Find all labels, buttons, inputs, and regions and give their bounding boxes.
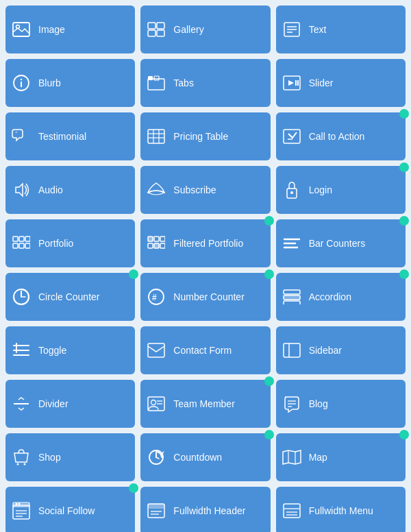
svg-rect-5: [157, 30, 164, 36]
widget-tabs[interactable]: Tabs: [140, 59, 270, 107]
widget-call-to-action[interactable]: Call to Action: [276, 112, 406, 160]
widget-toggle[interactable]: Toggle: [5, 326, 135, 374]
login-icon: [282, 181, 302, 199]
slider-icon: [282, 75, 302, 90]
widget-contact-form[interactable]: Contact Form: [140, 326, 270, 374]
widget-sidebar-label: Sidebar: [309, 345, 400, 356]
svg-rect-85: [148, 504, 164, 509]
widget-social-follow[interactable]: Social Follow: [5, 487, 135, 532]
portfolio-icon: [11, 236, 32, 251]
svg-rect-35: [25, 243, 30, 248]
new-badge: [399, 430, 409, 439]
svg-rect-39: [148, 243, 153, 248]
widget-circle-counter-label: Circle Counter: [38, 291, 129, 302]
widget-filtered-portfolio-label: Filtered Portfolio: [173, 238, 264, 249]
new-badge: [264, 269, 274, 279]
widget-cta-label: Call to Action: [309, 131, 400, 142]
widget-fullwidth-menu[interactable]: Fullwidth Menu: [276, 487, 406, 532]
widget-audio-label: Audio: [38, 184, 129, 195]
map-icon: [282, 450, 302, 465]
widget-grid: Image Gallery Text: [5, 5, 406, 532]
bar-counters-icon: [282, 236, 302, 251]
widget-portfolio-label: Portfolio: [38, 238, 129, 249]
new-badge: [264, 376, 274, 386]
svg-line-73: [156, 457, 159, 459]
blog-icon: [282, 395, 302, 413]
widget-audio[interactable]: Audio: [5, 166, 135, 214]
widget-team-member[interactable]: Team Member: [140, 380, 270, 428]
widget-text-label: Text: [309, 24, 400, 35]
svg-point-79: [16, 503, 18, 505]
widget-portfolio[interactable]: Portfolio: [5, 219, 135, 267]
widget-blog-label: Blog: [309, 398, 400, 409]
svg-marker-17: [288, 80, 294, 86]
widget-login[interactable]: Login: [276, 166, 406, 214]
widget-sidebar[interactable]: Sidebar: [276, 326, 406, 374]
widget-team-member-label: Team Member: [173, 398, 264, 409]
widget-slider[interactable]: Slider: [276, 59, 406, 107]
svg-rect-52: [284, 301, 300, 304]
widget-number-counter-label: Number Counter: [173, 291, 264, 302]
widget-social-follow-label: Social Follow: [38, 505, 129, 516]
number-counter-icon: #: [146, 288, 166, 306]
widget-accordion[interactable]: Accordion: [276, 273, 406, 321]
widget-contact-form-label: Contact Form: [173, 345, 264, 356]
widget-filtered-portfolio[interactable]: Filtered Portfolio: [140, 219, 270, 267]
svg-marker-74: [283, 450, 301, 464]
cta-icon: [282, 129, 302, 144]
social-follow-icon: [11, 502, 32, 520]
widget-fullwidth-menu-label: Fullwidth Menu: [309, 505, 400, 516]
new-badge: [399, 162, 409, 172]
widget-image[interactable]: Image: [5, 5, 135, 53]
widget-countdown[interactable]: Countdown: [140, 433, 270, 481]
svg-rect-40: [154, 243, 159, 248]
widget-subscribe[interactable]: Subscribe: [140, 166, 270, 214]
divider-icon: [11, 396, 32, 411]
svg-rect-38: [160, 237, 165, 241]
widget-map[interactable]: Map: [276, 433, 406, 481]
widget-fullwidth-header-label: Fullwidth Header: [173, 505, 264, 516]
widget-shop-label: Shop: [38, 452, 129, 463]
widget-blog[interactable]: Blog: [276, 380, 406, 428]
svg-rect-32: [25, 237, 30, 241]
svg-point-80: [18, 503, 21, 505]
toggle-icon: [11, 343, 32, 358]
sidebar-icon: [282, 343, 302, 358]
svg-point-70: [24, 463, 26, 466]
svg-rect-51: [284, 295, 300, 300]
svg-point-69: [17, 463, 19, 466]
svg-rect-77: [13, 505, 29, 519]
audio-icon: [11, 182, 32, 198]
widget-circle-counter[interactable]: Circle Counter: [5, 273, 135, 321]
svg-rect-2: [148, 23, 155, 29]
svg-text:#: #: [152, 293, 157, 302]
accordion-icon: [282, 289, 302, 304]
widget-blurb[interactable]: Blurb: [5, 59, 135, 107]
widget-testimonial[interactable]: " Testimonial: [5, 112, 135, 160]
widget-countdown-label: Countdown: [173, 452, 264, 463]
widget-number-counter[interactable]: # Number Counter: [140, 273, 270, 321]
svg-rect-41: [160, 243, 165, 248]
svg-rect-31: [19, 237, 24, 241]
tabs-icon: [146, 75, 166, 90]
widget-divider[interactable]: Divider: [5, 380, 135, 428]
widget-shop[interactable]: Shop: [5, 433, 135, 481]
svg-rect-37: [154, 237, 159, 241]
widget-pricing-table[interactable]: Pricing Table: [140, 112, 270, 160]
widget-fullwidth-header[interactable]: Fullwidth Header: [140, 487, 270, 532]
new-badge: [399, 109, 409, 119]
fullwidth-menu-icon: [282, 503, 302, 518]
widget-bar-counters[interactable]: Bar Counters: [276, 219, 406, 267]
svg-rect-33: [13, 243, 18, 248]
image-icon: [11, 22, 32, 37]
widget-toggle-label: Toggle: [38, 345, 129, 356]
fullwidth-header-icon: [146, 503, 166, 518]
gallery-icon: [146, 22, 166, 37]
widget-divider-label: Divider: [38, 398, 129, 409]
widget-text[interactable]: Text: [276, 5, 406, 53]
pricing-table-icon: [146, 129, 166, 144]
svg-rect-4: [148, 30, 155, 36]
team-member-icon: [146, 396, 166, 411]
svg-rect-50: [284, 290, 300, 294]
widget-gallery[interactable]: Gallery: [140, 5, 270, 53]
